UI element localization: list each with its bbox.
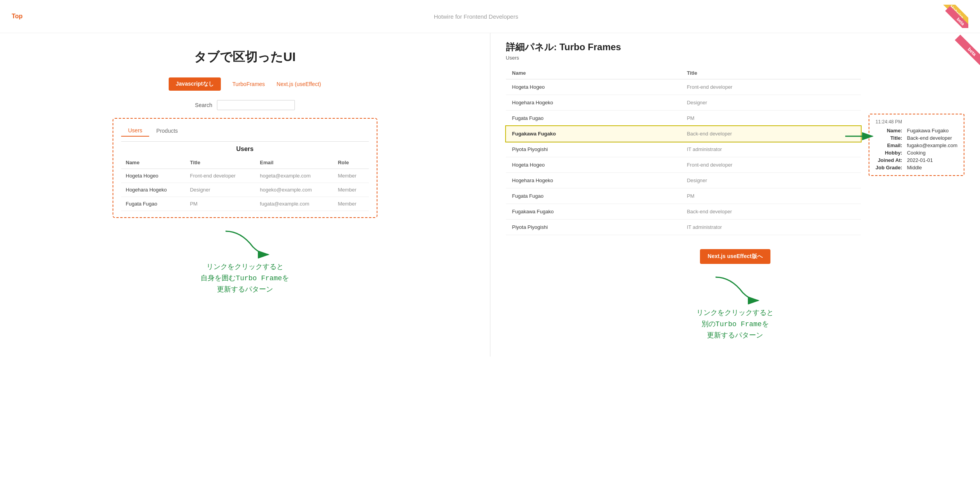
cell-name[interactable]: Fugata Fugao	[506, 188, 681, 204]
right-table-area: Name Title Hogeta Hogeo Front-end develo…	[506, 67, 861, 235]
next-btn-container: Next.js useEffect版へ	[506, 241, 964, 264]
right-panel-subtitle: Users	[506, 55, 964, 61]
cell-name[interactable]: Hogeta Hogeo	[506, 79, 681, 95]
cell-name[interactable]: Fugakawa Fugako	[506, 126, 681, 142]
cell-name[interactable]: Hogehara Hogeko	[506, 173, 681, 188]
cell-title: Front-end developer	[185, 169, 256, 183]
table-row: Hogeta Hogeo Front-end developer	[506, 157, 861, 173]
table-row: Fugakawa Fugako Back-end developer	[506, 204, 861, 220]
right-arrow-svg	[845, 128, 876, 144]
next-button[interactable]: Next.js useEffect版へ	[700, 249, 770, 264]
detail-time: 11:24:48 PM	[876, 119, 957, 125]
table-row: Fugata Fugao PM fugata@example.com Membe…	[121, 197, 369, 211]
detail-field-label: Joined At:	[876, 157, 902, 163]
col-email: Email	[255, 156, 333, 169]
detail-field-value: Cooking	[907, 150, 957, 156]
detail-field-value: Middle	[907, 165, 957, 170]
cell-role: Member	[333, 197, 368, 211]
page-title: タブで区切ったUI	[194, 49, 296, 66]
tabs-row: Javascriptなし TurboFrames Next.js (useEff…	[169, 77, 321, 91]
detail-panel: 11:24:48 PM Name:Fugakawa FugakoTitle:Ba…	[869, 114, 964, 176]
detail-field-label: Name:	[876, 128, 902, 134]
table-row: Hogehara Hogeko Designer	[506, 173, 861, 188]
col-role: Role	[333, 156, 368, 169]
search-label: Search	[195, 102, 212, 108]
right-col-title: Title	[680, 67, 860, 79]
cell-name[interactable]: Piyota Piyogishi	[506, 142, 681, 157]
cell-title: Designer	[185, 183, 256, 197]
cell-email: hogeko@example.com	[255, 183, 333, 197]
right-annotation-text: リンクをクリックすると別のTurbo Frameを更新するパターン	[506, 307, 964, 341]
cell-title: PM	[185, 197, 256, 211]
cell-name[interactable]: Hogeta Hogeo	[506, 157, 681, 173]
cell-name[interactable]: Hogehara Hogeko	[506, 95, 681, 111]
search-row: Search	[195, 100, 295, 110]
detail-field-label: Job Grade:	[876, 165, 902, 170]
cell-name[interactable]: Fugata Fugao	[121, 197, 185, 211]
cell-title: IT administrator	[680, 220, 860, 235]
inner-tab-products[interactable]: Products	[149, 125, 185, 137]
table-row: Hogehara Hogeko Designer hogeko@example.…	[121, 183, 369, 197]
table-row: Hogehara Hogeko Designer	[506, 95, 861, 111]
cell-email: fugata@example.com	[255, 197, 333, 211]
tab-turbo-frames[interactable]: TurboFrames	[233, 81, 265, 87]
inner-tabs: Users Products	[121, 125, 369, 137]
cell-name[interactable]: Piyota Piyogishi	[506, 220, 681, 235]
cell-title: Designer	[680, 95, 860, 111]
table-row: Fugakawa Fugako Back-end developer	[506, 126, 861, 142]
right-beta-badge: beta	[955, 35, 980, 68]
cell-title: IT administrator	[680, 142, 860, 157]
detail-field-value: Back-end developer	[907, 135, 957, 141]
right-panel: beta 詳細パネル: Turbo Frames Users Name Titl…	[490, 33, 980, 357]
cell-email: hogeta@example.com	[255, 169, 333, 183]
right-users-table: Name Title Hogeta Hogeo Front-end develo…	[506, 67, 861, 235]
top-nav: Top Hotwire for Frontend Developers Hotw…	[0, 0, 980, 33]
table-row: Piyota Piyogishi IT administrator	[506, 220, 861, 235]
cell-title: Back-end developer	[680, 126, 860, 142]
right-annotation: リンクをクリックすると別のTurbo Frameを更新するパターン	[506, 273, 964, 341]
table-row: Fugata Fugao PM	[506, 188, 861, 204]
nav-center-title: Hotwire for Frontend Developers	[23, 13, 929, 20]
cell-title: Back-end developer	[680, 204, 860, 220]
divider	[121, 141, 369, 142]
table-row: Piyota Piyogishi IT administrator	[506, 142, 861, 157]
cell-title: PM	[680, 111, 860, 126]
detail-field-label: Email:	[876, 142, 902, 148]
users-table: Name Title Email Role Hogeta Hogeo Front…	[121, 156, 369, 211]
inner-tab-users[interactable]: Users	[121, 125, 150, 137]
cell-title: Front-end developer	[680, 79, 860, 95]
detail-field-value: 2022-01-01	[907, 157, 957, 163]
table-row: Fugata Fugao PM	[506, 111, 861, 126]
right-beta-wrap: beta	[945, 33, 980, 68]
hotwire-badge-container: Hotwire beta	[929, 5, 968, 28]
search-input[interactable]	[217, 100, 295, 110]
detail-field-value: Fugakawa Fugako	[907, 128, 957, 134]
cell-role: Member	[333, 169, 368, 183]
cell-title: PM	[680, 188, 860, 204]
col-title: Title	[185, 156, 256, 169]
table-row: Hogeta Hogeo Front-end developer hogeta@…	[121, 169, 369, 183]
left-arrow-svg	[202, 227, 288, 258]
detail-area: 11:24:48 PM Name:Fugakawa FugakoTitle:Ba…	[869, 67, 964, 176]
cell-name[interactable]: Hogeta Hogeo	[121, 169, 185, 183]
left-panel: タブで区切ったUI Javascriptなし TurboFrames Next.…	[0, 33, 490, 357]
right-content: Name Title Hogeta Hogeo Front-end develo…	[506, 67, 964, 235]
detail-field-label: Title:	[876, 135, 902, 141]
section-title: Users	[121, 146, 369, 153]
top-link[interactable]: Top	[12, 13, 23, 20]
cell-name[interactable]: Fugakawa Fugako	[506, 204, 681, 220]
detail-field-value: fugako@example.com	[907, 142, 957, 148]
cell-name[interactable]: Fugata Fugao	[506, 111, 681, 126]
dashed-content-box: Users Products Users Name Title Email Ro…	[113, 118, 377, 218]
cell-title: Front-end developer	[680, 157, 860, 173]
right-col-name: Name	[506, 67, 681, 79]
right-annotation-svg	[692, 273, 778, 304]
right-panel-title: 詳細パネル: Turbo Frames	[506, 41, 964, 53]
col-name: Name	[121, 156, 185, 169]
detail-grid: Name:Fugakawa FugakoTitle:Back-end devel…	[876, 128, 957, 170]
detail-field-label: Hobby:	[876, 150, 902, 156]
left-annotation-text: リンクをクリックすると自身を囲むTurbo Frameを更新するパターン	[201, 262, 289, 295]
cell-name[interactable]: Hogehara Hogeko	[121, 183, 185, 197]
tab-javascript-nashi[interactable]: Javascriptなし	[169, 77, 220, 91]
tab-nextjs[interactable]: Next.js (useEffect)	[277, 81, 321, 87]
